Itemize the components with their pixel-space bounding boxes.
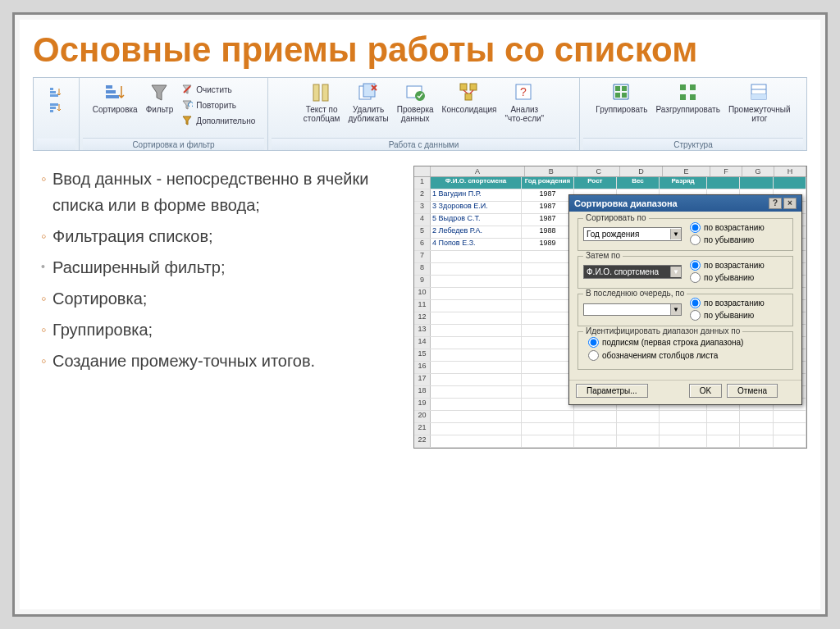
help-button[interactable]: ? [769,198,782,209]
asc-radio[interactable]: по возрастанию [690,260,765,271]
cancel-button[interactable]: Отмена [727,384,778,398]
bullet-list: Ввод данных - непосредственно в ячейки с… [33,166,405,379]
svg-rect-6 [106,85,112,89]
list-item: Сортировка; [41,285,405,312]
sort-by-combo[interactable]: Год рождения▼ [583,227,682,241]
svg-rect-5 [50,110,53,112]
col-header[interactable]: G [742,166,774,176]
svg-rect-28 [690,84,696,90]
ribbon-group-label: Работа с данными [272,138,576,150]
col-header[interactable]: E [663,166,710,176]
asc-radio[interactable]: по возрастанию [690,222,765,233]
svg-rect-13 [363,84,375,97]
col-header[interactable]: H [774,166,806,176]
table-row[interactable]: 21 [414,423,806,435]
select-all-corner[interactable] [414,166,431,176]
params-button[interactable]: Параметры... [576,384,648,398]
list-item: Фильтрация списков; [41,223,405,249]
group-icon [610,81,633,104]
consolidate-icon [458,81,481,104]
svg-rect-29 [680,94,686,100]
excel-ribbon: Сортировка Фильтр Очистить Повторить Доп… [33,77,807,151]
svg-text:?: ? [520,85,527,98]
sort-button[interactable]: Сортировка [90,80,140,116]
sort-desc-icon [48,101,62,114]
advanced-filter-button[interactable]: Дополнительно [179,113,257,128]
sort-dialog: Сортировка диапазона ? × Сортировать по … [568,194,802,405]
filter-button[interactable]: Фильтр [144,80,176,116]
ribbon-group-sort-filter: Сортировка Фильтр Очистить Повторить Доп… [80,78,268,150]
dialog-title-text: Сортировка диапазона [574,198,678,208]
subtotal-icon [748,81,771,104]
svg-rect-11 [322,84,328,101]
svg-rect-8 [106,95,119,98]
svg-rect-24 [622,86,627,91]
svg-rect-34 [751,94,766,99]
data-validation-button[interactable]: Проверка данных [395,80,436,125]
svg-rect-2 [50,94,58,97]
ribbon-group-label: Структура [583,138,803,150]
remove-duplicates-button[interactable]: Удалить дубликаты [345,80,390,125]
last-by-group: В последнюю очередь, по ▼ по возрастанию… [578,294,793,326]
consolidate-button[interactable]: Консолидация [440,80,500,116]
svg-rect-18 [460,84,467,90]
svg-rect-3 [50,103,58,106]
col-header[interactable]: D [620,166,663,176]
clear-filter-button[interactable]: Очистить [179,82,257,97]
slide-frame: Основные приемы работы со списком Сортир… [12,12,828,617]
excel-embed: A B C D E F G H 1Ф.И.О. спортсменаГод ро… [413,166,807,449]
list-item: Расширенный фильтр; [41,254,405,280]
then-by-combo[interactable]: Ф.И.О. спортсмена▼ [583,265,682,279]
col-header[interactable]: C [578,166,620,176]
desc-radio[interactable]: по убыванию [690,272,765,283]
asc-radio[interactable]: по возрастанию [690,298,765,308]
sort-desc-button[interactable] [47,100,66,115]
col-header[interactable]: A [431,166,525,176]
filter-icon [148,81,171,104]
dialog-titlebar[interactable]: Сортировка диапазона ? × [569,195,801,212]
svg-rect-7 [106,90,116,93]
col-header[interactable]: F [710,166,742,176]
svg-rect-23 [615,86,620,91]
table-row[interactable]: 22 [414,435,806,448]
desc-radio[interactable]: по убыванию [690,235,765,245]
what-if-button[interactable]: ? Анализ "что-если" [502,80,546,125]
subtotal-button[interactable]: Промежуточный итог [726,80,793,125]
reapply-button[interactable]: Повторить [179,98,257,112]
ident-columns-radio[interactable]: обозначениям столбцов листа [588,350,788,361]
sort-icon [103,81,126,104]
ungroup-icon [677,81,700,104]
svg-rect-30 [690,94,696,100]
ident-labels-radio[interactable]: подписям (первая строка диапазона) [588,337,788,348]
close-button[interactable]: × [783,198,797,209]
last-by-combo[interactable]: ▼ [583,303,682,316]
data-validation-icon [404,81,427,104]
what-if-icon: ? [513,81,536,104]
svg-rect-27 [680,84,686,90]
then-by-group: Затем по Ф.И.О. спортсмена▼ по возрастан… [578,256,793,289]
ok-button[interactable]: OK [689,384,722,398]
svg-rect-4 [50,107,56,109]
remove-duplicates-icon [357,81,380,104]
chevron-down-icon: ▼ [670,229,681,239]
ribbon-group-data-tools: Текст по столбцам Удалить дубликаты Пров… [268,78,580,150]
col-header[interactable]: B [525,166,578,176]
sort-asc-icon [48,85,62,98]
list-item: Группировка; [41,317,405,343]
svg-rect-1 [50,91,56,93]
group-button[interactable]: Группировать [593,80,650,116]
clear-icon [180,83,194,96]
desc-radio[interactable]: по убыванию [690,310,765,321]
svg-rect-10 [313,84,319,101]
svg-rect-26 [622,93,627,98]
sort-asc-button[interactable] [47,84,66,99]
text-to-columns-button[interactable]: Текст по столбцам [301,80,343,125]
table-row[interactable]: 20 [414,411,806,423]
content-row: Ввод данных - непосредственно в ячейки с… [33,166,807,449]
table-row[interactable]: 1Ф.И.О. спортсменаГод рожденияРостВесРаз… [414,177,806,189]
identify-range-group: Идентифицировать диапазон данных по подп… [578,331,793,370]
ungroup-button[interactable]: Разгруппировать [654,80,723,116]
ribbon-group-outline: Группировать Разгруппировать Промежуточн… [580,78,806,150]
svg-rect-25 [615,93,620,98]
ribbon-group-label: Сортировка и фильтр [83,138,264,150]
